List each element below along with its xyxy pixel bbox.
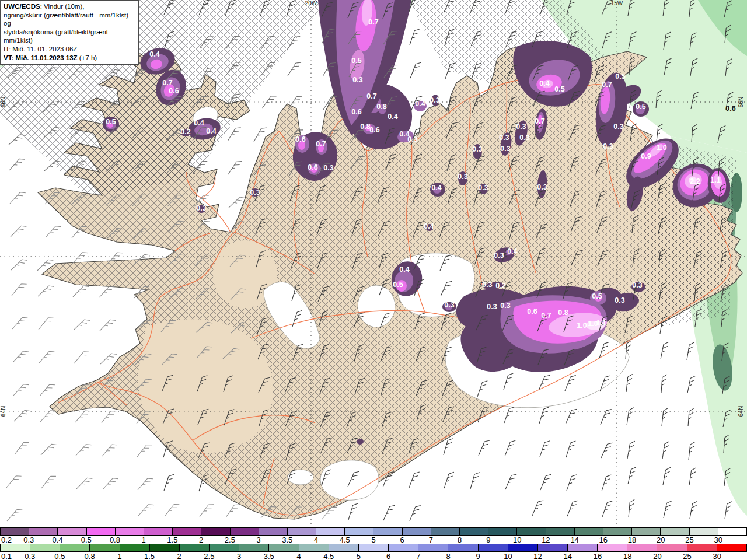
longitude-label: 20W: [305, 0, 317, 6]
colorbar-tick-label: 0.8: [110, 536, 120, 544]
colorbar-segment: [479, 544, 508, 551]
colorbar-segment: [598, 544, 627, 551]
rain-colorbar: [0, 544, 747, 552]
precip-value-label: 0.3: [430, 96, 439, 104]
precip-value-label: 0.3: [603, 142, 613, 150]
colorbar-tick-label: 0.3: [23, 536, 34, 544]
colorbar-tick-label: 3.5: [282, 536, 292, 544]
precip-value-label: 0.5: [636, 103, 645, 111]
colorbar-tick-label: 3: [256, 536, 260, 544]
colorbar-segment: [210, 544, 239, 551]
colorbar-segment: [718, 528, 746, 535]
legend-line-2: rigning/skúrir (grænt/blátt/rautt - mm/1…: [4, 11, 135, 28]
colorbar-segment: [1, 528, 29, 535]
map-canvas: 20W15W66N66N64N64N0.40.70.60.50.40.40.20…: [0, 0, 747, 527]
precip-value-label: 0.2: [180, 128, 190, 136]
colorbar-segment: [374, 528, 402, 535]
colorbar-segment: [299, 544, 329, 551]
precip-value-label: 0.4: [431, 184, 441, 192]
colorbar-segment: [201, 528, 230, 535]
latitude-label: 64N: [0, 406, 6, 416]
precip-value-label: 1.0: [577, 321, 587, 330]
colorbar-segment: [568, 544, 598, 551]
colorbar-tick-label: 20: [657, 536, 665, 544]
colorbar-tick-label: 4.5: [340, 536, 350, 544]
colorbar-tick-label: 10: [513, 536, 521, 544]
colorbar-tick-label: 7: [429, 536, 433, 544]
colorbar-segment: [632, 528, 661, 535]
precip-value-label: 0.4: [388, 113, 397, 121]
precip-value-label: 2.2: [690, 177, 700, 186]
model-name: UWC/ECDS: [4, 3, 40, 10]
colorbar-segment: [431, 528, 460, 535]
precip-value-label: 1.0: [657, 144, 666, 152]
precip-value-label: 0.6: [308, 163, 317, 172]
precip-value-label: 0.7: [541, 312, 551, 320]
colorbar-tick-label: 0.5: [54, 552, 65, 560]
colorbar-segment: [87, 528, 116, 535]
precip-value-label: 0.3: [478, 184, 488, 192]
precip-value-label: 0.3: [519, 134, 529, 142]
colorbar-segment: [231, 528, 259, 535]
colorbar-segment: [329, 544, 359, 551]
precip-value-label: 0.6: [527, 307, 537, 316]
precip-value-label: 0.3: [487, 303, 497, 311]
precip-value-label: 0.7: [535, 117, 544, 125]
precip-value-label: 0.3: [516, 123, 526, 131]
colorbar-segment: [345, 528, 374, 535]
colorbar-segment: [116, 528, 144, 535]
colorbar-segment: [30, 544, 60, 551]
colorbar-tick-label: 4: [314, 536, 318, 544]
precip-value-label: 0.4: [507, 247, 517, 256]
precip-value-label: 0.4: [149, 50, 159, 58]
colorbar-tick-label: 0.4: [52, 536, 62, 544]
colorbar-tick-label: 3: [237, 552, 241, 560]
colorbar-tick-label: 25: [685, 536, 693, 544]
precip-value-label: 0.3: [500, 302, 510, 310]
precip-value-label: 0.4: [194, 119, 204, 127]
colorbar-tick-label: 0.3: [25, 552, 35, 560]
legend-line-3: slydda/snjókoma (grátt/bleikt/grænt - mm…: [4, 28, 135, 45]
precip-value-label: 0.3: [632, 281, 642, 289]
sleet-colorbar: [0, 527, 747, 536]
colorbar-tick-label: 7: [416, 552, 420, 560]
colorbar-segment: [460, 528, 488, 535]
colorbar-tick-label: 1.5: [144, 552, 155, 560]
precip-value-label: 0.5: [106, 118, 116, 126]
colorbar-tick-label: 0.2: [1, 536, 12, 544]
precip-value-label: 0.3: [494, 251, 504, 260]
precip-value-label: 0.3: [444, 301, 454, 309]
precip-value-label: 0.3: [407, 135, 417, 144]
weather-map-app: 20W15W66N66N64N64N0.40.70.60.50.40.40.20…: [0, 0, 747, 560]
colorbar-tick-label: 6: [386, 552, 390, 560]
colorbar-tick-label: 0.1: [1, 552, 12, 560]
precip-value-label: 0.3: [323, 164, 333, 172]
precip-value-label: 0.5: [351, 57, 361, 65]
colorbar-segment: [120, 544, 150, 551]
precip-value-label: 0.8: [376, 103, 386, 111]
colorbar-tick-label: 30: [714, 536, 722, 544]
colorbar-tick-label: 1: [117, 552, 121, 560]
colorbar-segment: [259, 528, 288, 535]
precip-value-label: 0.3: [615, 296, 624, 304]
colorbar-segment: [508, 544, 538, 551]
colorbar-tick-label: 18: [628, 536, 636, 544]
colorbar-tick-label: 9: [476, 552, 480, 560]
colorbar-tick-label: 2: [199, 536, 203, 544]
latitude-label: 66N: [738, 97, 744, 107]
precip-value-label: 0.5: [615, 72, 625, 80]
colorbar-tick-label: 1.5: [167, 536, 177, 544]
colorbar-tick-label: 2.5: [204, 552, 214, 560]
colorbar-segment: [359, 544, 389, 551]
precip-value-label: 0.7: [316, 140, 326, 148]
colorbar-segment: [150, 544, 180, 551]
colorbar-tick-label: 5: [357, 552, 361, 560]
precip-value-label: 1.1: [596, 319, 606, 327]
colorbar-segment: [288, 528, 316, 535]
precip-value-label: 0.3: [352, 76, 362, 84]
precip-value-label: 0.2: [495, 282, 505, 290]
longitude-label: 15W: [611, 0, 623, 6]
colorbar-segment: [517, 528, 546, 535]
colorbar-tick-label: 25: [683, 552, 691, 560]
precip-value-label: 0.6: [351, 108, 361, 116]
